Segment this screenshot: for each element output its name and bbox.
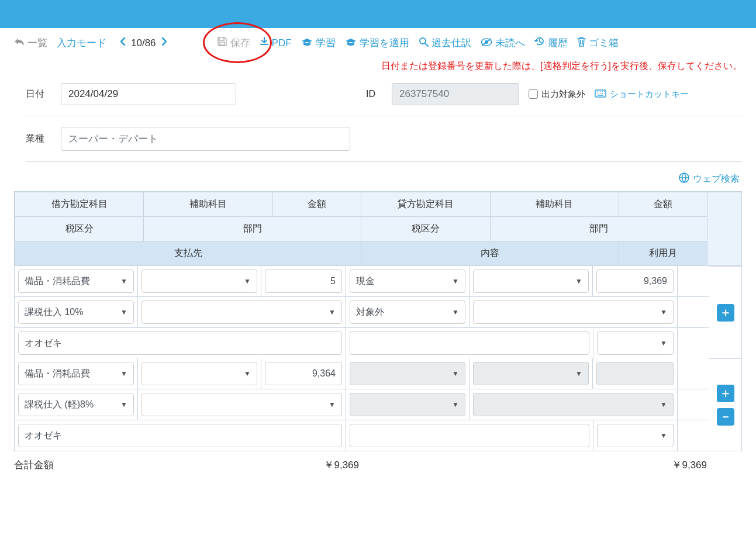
col-month: 利用月 — [619, 241, 707, 266]
pager-next-button[interactable] — [161, 37, 168, 49]
col-tax: 税区分 — [361, 217, 490, 241]
chevron-right-icon — [161, 37, 168, 46]
col-dept: 部門 — [490, 217, 707, 241]
select[interactable]: 課税仕入 (軽)8%▼ — [18, 393, 134, 416]
reply-arrow-icon — [14, 37, 25, 49]
input-mode-button[interactable]: 入力モード — [53, 34, 110, 52]
text-input[interactable]: 9,364 — [265, 362, 342, 385]
select[interactable]: 備品・消耗品費▼ — [18, 362, 134, 385]
col-dept: 部門 — [144, 217, 361, 241]
text-input[interactable]: オオゼキ — [18, 331, 342, 355]
row-actions: ＋－ — [709, 358, 742, 451]
divider — [26, 161, 742, 162]
caret-down-icon: ▼ — [452, 400, 459, 409]
col-sub-acct: 補助科目 — [144, 192, 272, 217]
back-button[interactable]: 一覧 — [11, 34, 51, 52]
totals-credit: ￥9,369 — [359, 458, 742, 472]
web-search-link[interactable]: ウェブ検索 — [679, 172, 740, 185]
past-journal-label: 過去仕訳 — [431, 36, 471, 50]
remove-row-button[interactable]: － — [717, 408, 734, 426]
caret-down-icon: ▼ — [660, 339, 667, 347]
save-notice: 日付または登録番号を更新した際は、[適格判定を行う]を実行後、保存してください。 — [0, 58, 756, 80]
caret-down-icon: ▼ — [660, 400, 667, 409]
journal-row: 備品・消耗品費▼ ▼ 9,364 ▼ ▼ 課税仕入 (軽)8%▼ ▼ ▼ ▼ オ… — [15, 358, 742, 451]
select[interactable]: 対象外▼ — [350, 300, 465, 324]
caret-down-icon: ▼ — [660, 431, 667, 440]
learn-button[interactable]: 学習 — [298, 34, 339, 52]
select: ▼ — [473, 362, 589, 385]
to-unread-button[interactable]: 未読へ — [477, 34, 529, 52]
select: ▼ — [350, 362, 465, 385]
select: ▼ — [473, 393, 674, 416]
history-label: 履歴 — [548, 36, 568, 50]
id-label: ID — [366, 89, 382, 99]
select[interactable]: ▼ — [597, 331, 674, 355]
text-input[interactable]: 9,369 — [596, 270, 674, 293]
shortcut-keys-link[interactable]: ショートカットキー — [595, 89, 689, 100]
col-amount: 金額 — [272, 192, 361, 217]
select[interactable]: ▼ — [141, 393, 342, 416]
select[interactable]: ▼ — [473, 270, 589, 293]
toolbar: 一覧 入力モード 10/86 保存 PDF 学習 学習を適用 — [0, 28, 756, 58]
select[interactable]: 課税仕入 10%▼ — [18, 300, 134, 324]
caret-down-icon: ▼ — [120, 400, 127, 409]
learn-label: 学習 — [316, 36, 336, 50]
caret-down-icon: ▼ — [329, 308, 336, 316]
caret-down-icon: ▼ — [452, 308, 459, 316]
exclude-output-checkbox[interactable] — [529, 89, 538, 99]
totals-debit: ￥9,369 — [125, 458, 359, 472]
text-input[interactable]: 5 — [265, 270, 342, 293]
web-search-label: ウェブ検索 — [693, 173, 740, 185]
download-icon — [260, 37, 269, 49]
select[interactable]: ▼ — [141, 362, 257, 385]
history-button[interactable]: 履歴 — [531, 34, 571, 52]
col-tax: 税区分 — [15, 217, 144, 241]
date-label: 日付 — [26, 88, 51, 101]
row-actions: ＋ — [709, 266, 742, 358]
apply-learn-button[interactable]: 学習を適用 — [341, 34, 413, 52]
caret-down-icon: ▼ — [329, 400, 336, 409]
add-row-button[interactable]: ＋ — [717, 304, 734, 322]
trash-icon — [577, 36, 586, 50]
select[interactable]: 現金▼ — [350, 270, 465, 293]
text-input[interactable] — [350, 331, 589, 355]
add-row-button[interactable]: ＋ — [717, 385, 734, 402]
text-input[interactable]: オオゼキ — [18, 424, 342, 447]
apply-learn-label: 学習を適用 — [360, 36, 409, 50]
select: ▼ — [350, 393, 465, 416]
trash-button[interactable]: ゴミ箱 — [574, 34, 622, 52]
shortcut-keys-label: ショートカットキー — [610, 89, 689, 100]
past-journal-button[interactable]: 過去仕訳 — [415, 34, 475, 52]
totals-label: 合計金額 — [14, 458, 125, 472]
history-icon — [534, 36, 545, 50]
select[interactable]: ▼ — [473, 300, 674, 324]
caret-down-icon: ▼ — [244, 369, 251, 378]
caret-down-icon: ▼ — [452, 369, 459, 378]
pager: 10/86 — [119, 37, 168, 49]
save-button[interactable]: 保存 — [213, 34, 254, 52]
pager-prev-button[interactable] — [119, 37, 126, 49]
caret-down-icon: ▼ — [575, 277, 582, 285]
to-unread-label: 未読へ — [495, 36, 525, 50]
totals-row: 合計金額 ￥9,369 ￥9,369 — [0, 451, 756, 479]
select[interactable]: ▼ — [141, 300, 342, 324]
pager-counter: 10/86 — [131, 37, 156, 49]
col-sub-acct: 補助科目 — [490, 192, 619, 217]
select[interactable]: ▼ — [141, 270, 257, 293]
graduation-cap-icon — [301, 37, 313, 49]
journal-grid: 借方勘定科目 補助科目 金額 貸方勘定科目 補助科目 金額 税区分 部門 税区分… — [14, 191, 742, 451]
input-mode-label: 入力モード — [57, 36, 106, 50]
date-input[interactable]: 2024/04/29 — [61, 83, 236, 105]
text-input — [596, 362, 674, 385]
select[interactable]: ▼ — [597, 424, 674, 447]
pdf-button[interactable]: PDF — [256, 34, 295, 51]
industry-input[interactable]: スーパー・デパート — [61, 127, 350, 151]
id-field: 263757540 — [392, 83, 519, 105]
exclude-output-label: 出力対象外 — [541, 89, 585, 100]
col-credit-acct: 貸方勘定科目 — [361, 192, 490, 217]
save-icon — [217, 36, 227, 50]
text-input[interactable] — [350, 424, 589, 447]
globe-icon — [679, 172, 689, 185]
caret-down-icon: ▼ — [120, 308, 127, 316]
select[interactable]: 備品・消耗品費▼ — [18, 270, 134, 293]
